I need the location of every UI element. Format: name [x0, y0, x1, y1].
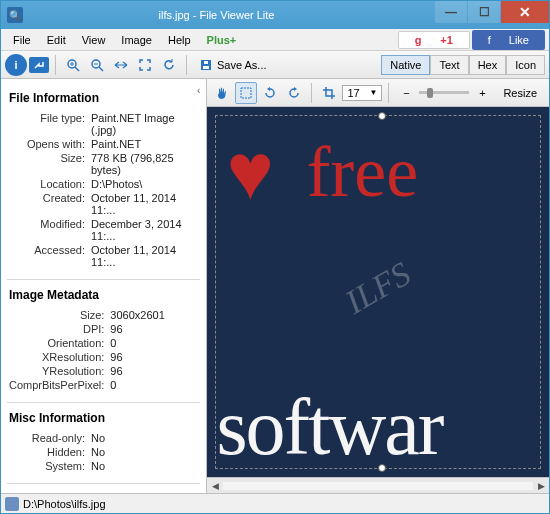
zoom-out-icon[interactable]	[86, 54, 108, 76]
label-yres: YResolution:	[9, 364, 110, 378]
image-toolbar: 17▼ − + Resize	[207, 79, 549, 107]
value-xres: 96	[110, 350, 198, 364]
value-filetype: Paint.NET Image (.jpg)	[91, 111, 198, 137]
svg-rect-9	[204, 61, 208, 64]
label-accessed: Accessed:	[9, 243, 91, 269]
hand-icon[interactable]	[211, 82, 233, 104]
value-cbpp: 0	[110, 378, 198, 392]
zoom-level-input[interactable]: 17▼	[342, 85, 382, 101]
svg-line-1	[75, 67, 79, 71]
open-icon[interactable]	[29, 57, 49, 73]
svg-line-5	[99, 67, 103, 71]
label-xres: XResolution:	[9, 350, 110, 364]
info-icon[interactable]: i	[5, 54, 27, 76]
label-size: Size:	[9, 151, 91, 177]
rotate-right-icon[interactable]	[283, 82, 305, 104]
select-icon[interactable]	[235, 82, 257, 104]
label-dpi: DPI:	[9, 322, 110, 336]
image-canvas[interactable]: ♥ free softwar ILFS	[207, 107, 549, 477]
section-misc-info: Misc Information	[9, 411, 198, 425]
image-view-pane: 17▼ − + Resize ♥ free softwar ILFS ◀ ▶	[207, 79, 549, 493]
value-hidden: No	[91, 445, 198, 459]
label-hidden: Hidden:	[9, 445, 91, 459]
save-as-button[interactable]: Save As...	[193, 56, 273, 74]
image-text-2: softwar	[216, 382, 442, 473]
value-imgsize: 3060x2601	[110, 308, 198, 322]
label-modified: Modified:	[9, 217, 91, 243]
zoom-in-small-icon[interactable]: +	[471, 82, 493, 104]
menu-image[interactable]: Image	[113, 32, 160, 48]
section-image-metadata: Image Metadata	[9, 288, 198, 302]
fullscreen-icon[interactable]	[134, 54, 156, 76]
value-system: No	[91, 459, 198, 473]
label-orientation: Orientation:	[9, 336, 110, 350]
label-imgsize: Size:	[9, 308, 110, 322]
value-created: October 11, 2014 11:...	[91, 191, 198, 217]
menubar: File Edit View Image Help Plus+ g +1 fLi…	[1, 29, 549, 51]
status-path: D:\Photos\ilfs.jpg	[23, 498, 106, 510]
google-plus-button[interactable]: g +1	[398, 31, 470, 49]
value-accessed: October 11, 2014 11:...	[91, 243, 198, 269]
label-cbpp: ComprBitsPerPixel:	[9, 378, 110, 392]
label-created: Created:	[9, 191, 91, 217]
scroll-left-icon[interactable]: ◀	[207, 481, 223, 491]
rotate-left-icon[interactable]	[259, 82, 281, 104]
resize-button[interactable]: Resize	[495, 85, 545, 101]
refresh-icon[interactable]	[158, 54, 180, 76]
facebook-like-button[interactable]: fLike	[472, 30, 545, 50]
menu-edit[interactable]: Edit	[39, 32, 74, 48]
value-openswith: Paint.NET	[91, 137, 198, 151]
value-orientation: 0	[110, 336, 198, 350]
scroll-right-icon[interactable]: ▶	[533, 481, 549, 491]
resize-handle-top[interactable]	[378, 112, 386, 120]
label-readonly: Read-only:	[9, 431, 91, 445]
save-as-label: Save As...	[217, 59, 267, 71]
menu-help[interactable]: Help	[160, 32, 199, 48]
maximize-button[interactable]: ☐	[468, 1, 500, 23]
menu-view[interactable]: View	[74, 32, 114, 48]
svg-rect-10	[241, 88, 251, 98]
label-openswith: Opens with:	[9, 137, 91, 151]
zoom-out-small-icon[interactable]: −	[395, 82, 417, 104]
menu-plus[interactable]: Plus+	[199, 32, 245, 48]
watermark-text: ILFS	[339, 255, 417, 322]
value-modified: December 3, 2014 11:...	[91, 217, 198, 243]
collapse-icon[interactable]: ‹	[197, 85, 200, 96]
main-toolbar: i Save As... Native Text Hex Icon	[1, 51, 549, 79]
zoom-slider[interactable]	[419, 91, 469, 94]
label-system: System:	[9, 459, 91, 473]
image-text-1: free	[306, 131, 418, 214]
chevron-down-icon: ▼	[369, 88, 377, 97]
app-icon: 🔍	[7, 7, 23, 23]
minimize-button[interactable]: —	[435, 1, 467, 23]
tab-hex[interactable]: Hex	[469, 55, 507, 75]
save-icon	[199, 58, 213, 72]
section-file-info: File Information	[9, 91, 198, 105]
tab-text[interactable]: Text	[430, 55, 468, 75]
value-readonly: No	[91, 431, 198, 445]
crop-icon[interactable]	[318, 82, 340, 104]
tab-icon[interactable]: Icon	[506, 55, 545, 75]
label-filetype: File type:	[9, 111, 91, 137]
close-button[interactable]: ✕	[501, 1, 549, 23]
heart-graphic: ♥	[226, 136, 274, 208]
window-title: ilfs.jpg - File Viewer Lite	[29, 9, 404, 21]
titlebar: 🔍 ilfs.jpg - File Viewer Lite — ☐ ✕	[1, 1, 549, 29]
menu-file[interactable]: File	[5, 32, 39, 48]
value-yres: 96	[110, 364, 198, 378]
value-location: D:\Photos\	[91, 177, 198, 191]
section-fileinfo-com: FileInfo.com Information	[9, 492, 198, 493]
tab-native[interactable]: Native	[381, 55, 430, 75]
info-sidebar: ‹ File Information File type:Paint.NET I…	[1, 79, 207, 493]
file-icon	[5, 497, 19, 511]
fit-width-icon[interactable]	[110, 54, 132, 76]
zoom-in-icon[interactable]	[62, 54, 84, 76]
svg-rect-8	[203, 66, 209, 69]
label-location: Location:	[9, 177, 91, 191]
value-size: 778 KB (796,825 bytes)	[91, 151, 198, 177]
value-dpi: 96	[110, 322, 198, 336]
horizontal-scrollbar[interactable]: ◀ ▶	[207, 477, 549, 493]
statusbar: D:\Photos\ilfs.jpg	[1, 493, 549, 513]
